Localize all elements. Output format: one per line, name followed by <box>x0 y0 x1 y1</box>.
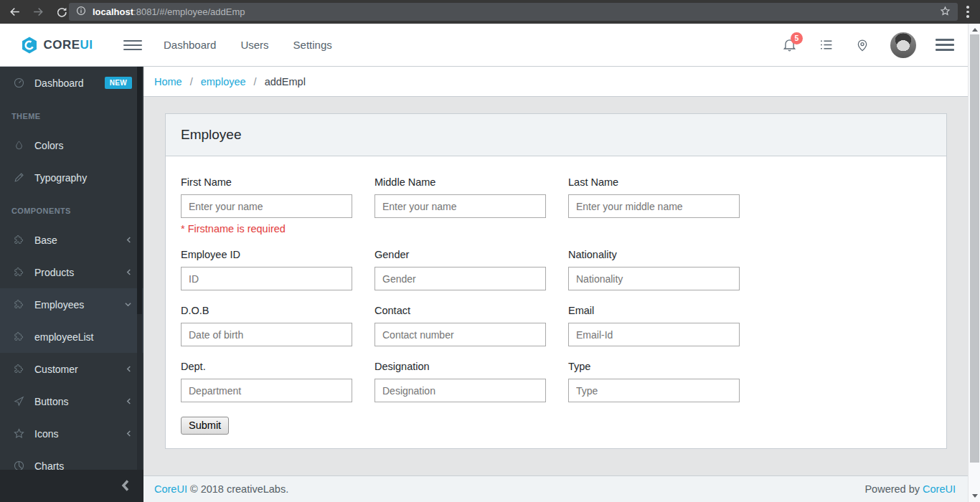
url-path: :8081/#/employee/addEmp <box>133 6 245 17</box>
designation-input[interactable] <box>374 379 546 402</box>
coreui-logo[interactable]: COREUI <box>0 36 113 55</box>
middle-name-label: Middle Name <box>374 176 546 188</box>
sidebar-scrollbar[interactable] <box>137 67 142 470</box>
url-host: localhost <box>93 6 133 17</box>
nav-settings[interactable]: Settings <box>293 39 332 51</box>
sidebar: Dashboard NEW THEME Colors Typography CO… <box>0 67 143 502</box>
sidebar-toggler-icon[interactable] <box>123 37 142 53</box>
nationality-label: Nationality <box>568 249 740 260</box>
field-nationality: Nationality <box>568 249 740 290</box>
new-badge: NEW <box>105 77 132 89</box>
chevron-left-icon <box>121 479 131 492</box>
breadcrumb-employee-link[interactable]: employee <box>201 76 246 87</box>
nationality-input[interactable] <box>568 267 740 290</box>
breadcrumb-separator: / <box>254 76 257 87</box>
bookmark-star-icon[interactable] <box>939 5 951 19</box>
sidebar-minimizer[interactable] <box>0 470 143 502</box>
page-scrollbar[interactable] <box>968 24 980 502</box>
puzzle-icon <box>11 362 26 376</box>
sidebar-item-colors[interactable]: Colors <box>0 129 143 161</box>
contact-input[interactable] <box>374 323 546 346</box>
first-name-input[interactable] <box>181 194 352 218</box>
app-header: COREUI Dashboard Users Settings 5 <box>0 24 980 67</box>
browser-forward-icon[interactable] <box>29 4 47 21</box>
puzzle-icon <box>11 265 26 280</box>
sidebar-item-dashboard[interactable]: Dashboard NEW <box>0 67 143 99</box>
type-input[interactable] <box>568 379 740 402</box>
nav-dashboard[interactable]: Dashboard <box>164 39 216 51</box>
star-icon <box>11 427 26 441</box>
designation-label: Designation <box>374 361 546 372</box>
aside-menu-icon[interactable] <box>936 37 954 53</box>
first-name-label: First Name <box>181 176 352 188</box>
page-info-icon[interactable] <box>75 5 87 19</box>
sidebar-open-group: Employees employeeList <box>0 288 143 353</box>
scroll-up-arrow[interactable] <box>972 28 978 32</box>
middle-name-input[interactable] <box>374 194 546 218</box>
footer-powered-link[interactable]: CoreUI <box>923 483 956 495</box>
puzzle-icon <box>11 298 26 312</box>
sidebar-item-customer[interactable]: Customer <box>0 353 143 385</box>
browser-reload-icon[interactable] <box>53 4 70 21</box>
gender-input[interactable] <box>374 267 546 290</box>
first-name-error: * Firstname is required <box>181 223 352 235</box>
browser-back-icon[interactable] <box>6 4 23 21</box>
sidebar-item-label: Products <box>34 267 74 278</box>
contact-label: Contact <box>374 305 546 316</box>
bell-icon[interactable]: 5 <box>781 37 798 54</box>
pie-chart-icon <box>11 459 26 470</box>
sidebar-item-products[interactable]: Products <box>0 256 143 288</box>
list-icon[interactable] <box>817 37 834 54</box>
address-bar[interactable]: localhost:8081/#/employee/addEmp <box>69 3 958 21</box>
dept-label: Dept. <box>181 361 352 372</box>
submit-button[interactable]: Submit <box>181 417 229 435</box>
dob-input[interactable] <box>181 323 352 346</box>
sidebar-nav: Dashboard NEW THEME Colors Typography CO… <box>0 67 143 470</box>
sidebar-item-charts[interactable]: Charts <box>0 450 143 470</box>
dept-input[interactable] <box>181 379 352 402</box>
scroll-down-arrow[interactable] <box>972 494 978 498</box>
chevron-left-icon <box>126 430 132 437</box>
user-avatar[interactable] <box>890 32 916 58</box>
last-name-label: Last Name <box>568 176 740 188</box>
field-type: Type <box>568 361 740 402</box>
sidebar-item-label: Typography <box>34 172 87 184</box>
sidebar-item-icons[interactable]: Icons <box>0 417 143 450</box>
sidebar-section-components: COMPONENTS <box>0 194 143 224</box>
location-pin-icon[interactable] <box>854 37 871 54</box>
scrollbar-thumb[interactable] <box>970 34 979 463</box>
sidebar-item-label: Charts <box>34 460 64 470</box>
employee-id-input[interactable] <box>181 267 352 290</box>
nav-users[interactable]: Users <box>240 39 268 51</box>
sidebar-item-label: employeeList <box>34 331 94 343</box>
dob-label: D.O.B <box>181 305 352 316</box>
browser-menu-icon[interactable] <box>961 4 975 19</box>
drop-icon <box>11 138 26 153</box>
sidebar-item-label: Employees <box>34 299 84 311</box>
employee-id-label: Employee ID <box>181 249 352 260</box>
breadcrumb-separator: / <box>190 76 193 87</box>
footer-coreui-link[interactable]: CoreUI <box>154 483 187 495</box>
chevron-left-icon <box>126 397 132 405</box>
puzzle-icon <box>11 330 26 344</box>
field-gender: Gender <box>374 249 546 290</box>
field-middle-name: Middle Name <box>374 176 546 235</box>
email-label: Email <box>568 305 740 316</box>
breadcrumb-home-link[interactable]: Home <box>154 76 182 87</box>
sidebar-item-typography[interactable]: Typography <box>0 161 143 194</box>
browser-toolbar: localhost:8081/#/employee/addEmp <box>0 0 980 24</box>
speedometer-icon <box>11 76 26 90</box>
sidebar-item-base[interactable]: Base <box>0 224 143 256</box>
sidebar-item-employees[interactable]: Employees <box>0 288 143 321</box>
breadcrumb-current: addEmpl <box>265 76 306 87</box>
page-body: Employee First Name * Firstname is requi… <box>143 98 968 475</box>
last-name-input[interactable] <box>568 194 740 218</box>
sidebar-item-buttons[interactable]: Buttons <box>0 385 143 417</box>
employee-card: Employee First Name * Firstname is requi… <box>165 113 947 449</box>
field-dept: Dept. <box>181 361 352 402</box>
coreui-logo-icon <box>20 36 39 55</box>
email-input[interactable] <box>568 323 740 346</box>
employee-form: First Name * Firstname is required Middl… <box>166 156 946 448</box>
chevron-left-icon <box>126 365 132 373</box>
sidebar-item-employeelist[interactable]: employeeList <box>0 321 143 353</box>
